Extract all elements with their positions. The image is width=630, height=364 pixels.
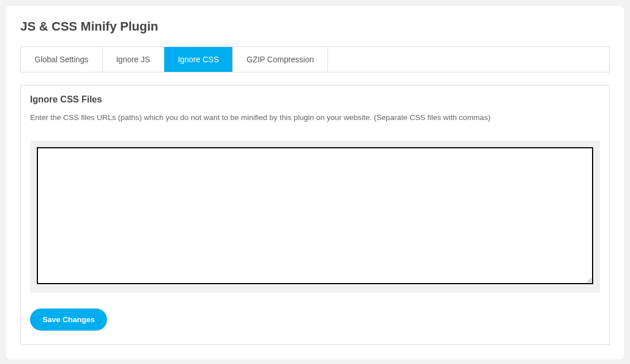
tab-gzip-compression[interactable]: GZIP Compression: [233, 47, 328, 72]
tab-bar: Global Settings Ignore JS Ignore CSS GZI…: [20, 46, 610, 72]
settings-card: JS & CSS Minify Plugin Global Settings I…: [6, 6, 624, 359]
section-title: Ignore CSS Files: [30, 95, 600, 105]
tab-ignore-css[interactable]: Ignore CSS: [164, 47, 233, 72]
section-description: Enter the CSS files URLs (paths) which y…: [30, 113, 600, 123]
page-title: JS & CSS Minify Plugin: [20, 19, 610, 34]
textarea-container: [30, 140, 600, 293]
ignore-css-textarea[interactable]: [37, 147, 593, 284]
settings-panel: Ignore CSS Files Enter the CSS files URL…: [20, 85, 610, 345]
tab-global-settings[interactable]: Global Settings: [21, 47, 103, 72]
tab-ignore-js[interactable]: Ignore JS: [103, 47, 164, 72]
save-button[interactable]: Save Changes: [30, 309, 107, 331]
